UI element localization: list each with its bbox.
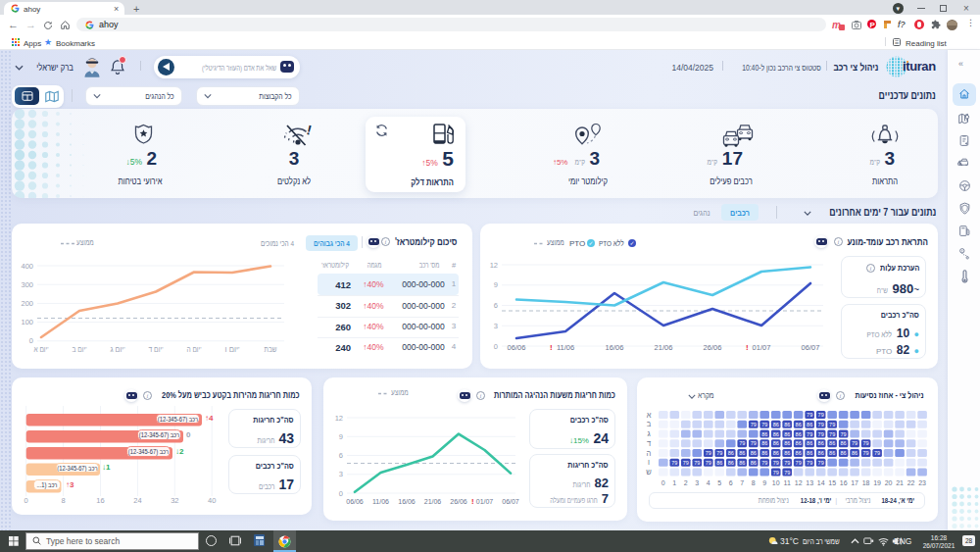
svg-text:86: 86: [841, 440, 847, 446]
svg-text:86: 86: [841, 450, 847, 456]
svg-text:6: 6: [494, 301, 498, 310]
svg-text:86: 86: [751, 459, 757, 465]
svg-text:ג: ג: [647, 429, 650, 438]
svg-text:16: 16: [840, 479, 848, 486]
svg-text:23: 23: [918, 479, 926, 486]
svg-text:5: 5: [717, 479, 721, 486]
svg-text:11/06: 11/06: [372, 498, 389, 505]
svg-text:86: 86: [784, 430, 790, 436]
svg-text:8: 8: [62, 496, 66, 505]
svg-text:9: 9: [762, 479, 766, 486]
svg-text:79: 79: [807, 459, 812, 465]
svg-text:79: 79: [807, 430, 812, 436]
svg-text:86: 86: [728, 459, 734, 465]
svg-text:79: 79: [784, 469, 790, 475]
svg-text:12: 12: [795, 479, 803, 486]
svg-text:7: 7: [740, 479, 744, 486]
svg-text:1: 1: [672, 479, 676, 486]
svg-text:17: 17: [851, 479, 858, 486]
svg-text:86: 86: [796, 430, 802, 436]
svg-text:06/06: 06/06: [346, 498, 364, 505]
svg-text:13: 13: [806, 479, 813, 486]
svg-text:79: 79: [796, 459, 802, 465]
svg-text:9: 9: [494, 280, 498, 289]
svg-text:יום ה': יום ה': [187, 345, 202, 354]
svg-text:יום א': יום א': [34, 345, 49, 354]
svg-text:86: 86: [818, 440, 824, 446]
svg-text:שבת: שבת: [265, 345, 277, 354]
svg-text:8: 8: [752, 479, 756, 486]
svg-text:3: 3: [339, 470, 343, 478]
svg-text:86: 86: [761, 440, 767, 446]
svg-text:79: 79: [773, 459, 779, 465]
svg-text:16/06: 16/06: [398, 498, 416, 505]
svg-text:יום ב': יום ב': [73, 345, 87, 354]
svg-text:11: 11: [784, 479, 791, 486]
svg-text:86: 86: [784, 440, 790, 446]
svg-text:0: 0: [494, 342, 498, 351]
svg-text:ו: ו: [648, 458, 650, 467]
svg-text:26/06: 26/06: [450, 498, 467, 505]
svg-text:86: 86: [739, 459, 745, 465]
svg-text:79: 79: [818, 421, 824, 427]
svg-text:16: 16: [96, 496, 104, 505]
svg-text:יום ד': יום ד': [149, 345, 165, 354]
svg-text:79: 79: [761, 421, 767, 427]
svg-text:22: 22: [907, 479, 915, 486]
svg-text:86: 86: [773, 450, 779, 456]
svg-text:ה: ה: [647, 448, 652, 457]
svg-text:12: 12: [335, 414, 343, 423]
svg-text:21/06: 21/06: [424, 498, 442, 505]
svg-text:79: 79: [773, 469, 779, 475]
svg-text:79: 79: [706, 459, 711, 465]
svg-text:86: 86: [796, 450, 802, 456]
svg-text:16/06: 16/06: [606, 343, 624, 352]
svg-text:20: 20: [885, 479, 893, 486]
svg-text:79: 79: [874, 450, 880, 456]
svg-text:400: 400: [21, 262, 33, 271]
svg-text:79: 79: [784, 459, 790, 465]
svg-text:4: 4: [707, 479, 710, 486]
svg-text:12: 12: [490, 261, 498, 270]
svg-text:!: !: [305, 122, 313, 138]
svg-text:79: 79: [716, 450, 722, 456]
svg-text:א: א: [647, 410, 652, 419]
svg-text:ד: ד: [647, 438, 651, 447]
svg-text:86: 86: [784, 450, 790, 456]
svg-text:86: 86: [807, 440, 812, 446]
svg-text:יום ו': יום ו': [225, 345, 241, 354]
svg-text:01/07: 01/07: [476, 498, 494, 505]
svg-text:86: 86: [761, 430, 767, 436]
svg-text:79: 79: [818, 412, 824, 418]
svg-text:6: 6: [339, 451, 343, 460]
svg-text:86: 86: [784, 421, 790, 427]
svg-text:79: 79: [829, 421, 835, 427]
svg-text:79: 79: [694, 459, 700, 465]
svg-text:15: 15: [828, 479, 836, 486]
svg-text:2: 2: [684, 479, 688, 486]
svg-text:86: 86: [773, 421, 779, 427]
svg-text:79: 79: [818, 459, 824, 465]
svg-text:11/06: 11/06: [557, 343, 574, 352]
svg-text:21/06: 21/06: [655, 343, 673, 352]
svg-text:86: 86: [829, 440, 835, 446]
svg-text:3: 3: [494, 322, 498, 330]
svg-text:86: 86: [773, 430, 779, 436]
svg-text:100: 100: [21, 318, 33, 326]
svg-text:0: 0: [24, 496, 28, 505]
svg-text:3: 3: [695, 479, 699, 486]
svg-text:200: 200: [21, 299, 33, 308]
svg-text:86: 86: [739, 450, 745, 456]
svg-text:!: !: [746, 343, 749, 352]
svg-text:!: !: [471, 497, 474, 506]
svg-text:06/07: 06/07: [802, 343, 820, 352]
svg-text:0: 0: [339, 489, 343, 498]
svg-text:86: 86: [796, 440, 802, 446]
svg-text:01/07: 01/07: [753, 343, 771, 352]
svg-text:86: 86: [728, 450, 734, 456]
svg-text:יום ג': יום ג': [111, 345, 126, 354]
svg-text:06/07: 06/07: [502, 498, 519, 505]
svg-text:32: 32: [171, 496, 178, 505]
svg-text:79: 79: [841, 430, 847, 436]
svg-text:79: 79: [683, 459, 689, 465]
